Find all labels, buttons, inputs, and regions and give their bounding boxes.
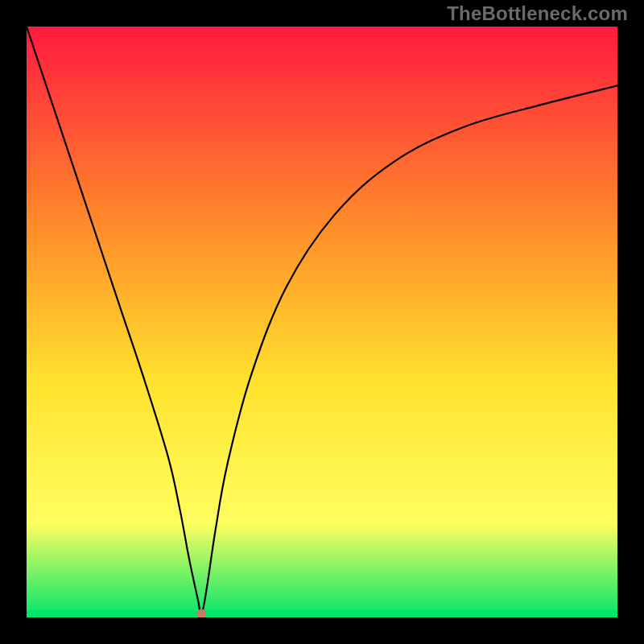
good-band: [27, 610, 617, 617]
gradient-background: [27, 27, 617, 617]
chart-container: TheBottleneck.com: [0, 0, 644, 644]
chart-svg: [27, 27, 617, 617]
watermark-text: TheBottleneck.com: [447, 2, 628, 25]
plot-area: [27, 27, 617, 617]
